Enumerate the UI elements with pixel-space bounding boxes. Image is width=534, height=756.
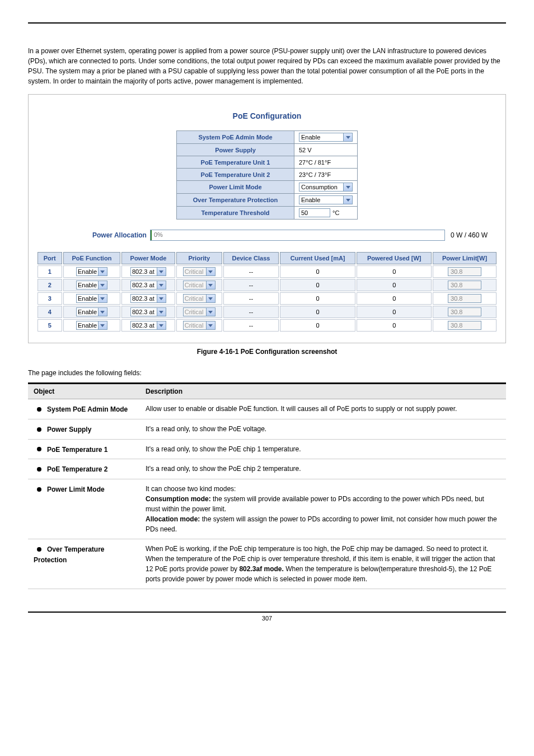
cell-description: When PoE is working, if the PoE chip tem… (140, 539, 506, 589)
chevron-down-icon (157, 308, 166, 316)
bullet-icon (37, 467, 41, 472)
chevron-down-icon (98, 295, 107, 302)
cell-current-used: 0 (280, 265, 355, 278)
bullet-icon (37, 447, 41, 451)
chevron-down-icon (98, 281, 107, 289)
select-power-mode[interactable]: 802.3 at (130, 294, 166, 303)
bullet-icon (37, 547, 41, 552)
cell-powered-used: 0 (357, 319, 432, 332)
col-object: Object (28, 384, 140, 399)
chevron-down-icon (157, 281, 166, 289)
chevron-down-icon (157, 268, 166, 276)
cell-current-used: 0 (280, 306, 355, 318)
cell-device-class: -- (223, 319, 279, 332)
label-temp-threshold: Temperature Threshold (177, 207, 294, 220)
table-row: PoE Temperature 1It's a read only, to sh… (28, 439, 506, 459)
col-device-class: Device Class (223, 252, 279, 264)
bottom-rule (28, 612, 506, 613)
cell-powered-used: 0 (357, 279, 432, 291)
bullet-icon (37, 487, 41, 492)
select-poe-function[interactable]: Enable (76, 267, 107, 276)
select-poe-function[interactable]: Enable (76, 321, 107, 330)
cell-port: 3 (38, 292, 62, 305)
cell-description: Allow user to enable or disable PoE func… (140, 399, 506, 419)
select-power-mode[interactable]: 802.3 at (130, 307, 166, 316)
chevron-down-icon (98, 308, 107, 316)
chevron-down-icon (206, 308, 215, 316)
select-priority[interactable]: Critical (183, 267, 216, 276)
input-power-limit[interactable]: 30.8 (448, 267, 481, 276)
input-power-limit[interactable]: 30.8 (448, 281, 481, 290)
col-power-mode: Power Mode (121, 252, 175, 264)
chevron-down-icon (157, 321, 166, 329)
table-row: 3Enable802.3 atCritical--0030.8 (38, 292, 496, 305)
label-otp: Over Temperature Protection (177, 194, 294, 207)
cell-description: It's a read only, to show the PoE voltag… (140, 419, 506, 439)
label-power-limit-mode: Power Limit Mode (177, 181, 294, 194)
power-allocation-row: Power Allocation 0% 0 W / 460 W (92, 230, 488, 241)
select-power-mode[interactable]: 802.3 at (130, 267, 166, 276)
cell-device-class: -- (223, 292, 279, 305)
power-allocation-bar: 0% (150, 230, 445, 241)
bullet-icon (37, 427, 41, 432)
cell-current-used: 0 (280, 279, 355, 291)
cell-object: Over Temperature Protection (28, 539, 140, 589)
select-admin-mode[interactable]: Enable (299, 133, 353, 142)
select-priority[interactable]: Critical (183, 294, 216, 303)
unit-celsius: °C (332, 209, 339, 216)
cell-port: 4 (38, 306, 62, 318)
power-allocation-label: Power Allocation (92, 231, 147, 239)
table-row: PoE Temperature 2It's a read only, to sh… (28, 459, 506, 479)
input-temp-threshold[interactable]: 50 (299, 208, 330, 217)
chevron-down-icon (206, 321, 215, 329)
figure-caption: Figure 4-16-1 PoE Configuration screensh… (28, 348, 506, 356)
input-power-limit[interactable]: 30.8 (448, 307, 481, 316)
select-priority[interactable]: Critical (183, 321, 216, 330)
select-priority[interactable]: Critical (183, 281, 216, 290)
select-poe-function[interactable]: Enable (76, 307, 107, 316)
chevron-down-icon (206, 281, 215, 289)
input-power-limit[interactable]: 30.8 (448, 294, 481, 303)
cell-port: 5 (38, 319, 62, 332)
desc-line: The page includes the following fields: (28, 369, 506, 377)
cell-object: PoE Temperature 2 (28, 459, 140, 479)
cell-powered-used: 0 (357, 292, 432, 305)
cell-object: PoE Temperature 1 (28, 439, 140, 459)
cell-device-class: -- (223, 279, 279, 291)
power-allocation-fill (151, 230, 152, 240)
table-row: System PoE Admin ModeAllow user to enabl… (28, 399, 506, 419)
table-row: 1Enable802.3 atCritical--0030.8 (38, 265, 496, 278)
cell-port: 1 (38, 265, 62, 278)
cell-description: It can choose two kind modes:Consumption… (140, 479, 506, 539)
table-row: Power SupplyIt's a read only, to show th… (28, 419, 506, 439)
select-otp[interactable]: Enable (299, 195, 353, 204)
select-poe-function[interactable]: Enable (76, 294, 107, 303)
select-power-mode[interactable]: 802.3 at (130, 281, 166, 290)
table-row: 2Enable802.3 atCritical--0030.8 (38, 279, 496, 291)
cell-port: 2 (38, 279, 62, 291)
cell-object: System PoE Admin Mode (28, 399, 140, 419)
select-power-mode[interactable]: 802.3 at (130, 321, 166, 330)
select-priority[interactable]: Critical (183, 307, 216, 316)
intro-text: In a power over Ethernet system, operati… (28, 46, 506, 86)
power-allocation-watts: 0 W / 460 W (451, 231, 488, 239)
power-allocation-percent: 0% (154, 231, 163, 238)
select-poe-function[interactable]: Enable (76, 281, 107, 290)
object-table: Object Description System PoE Admin Mode… (28, 382, 506, 589)
screenshot-frame: PoE Configuration System PoE Admin Mode … (28, 94, 506, 343)
cell-description: It's a read only, to show the PoE chip 1… (140, 439, 506, 459)
poe-config-title: PoE Configuration (36, 111, 498, 120)
cell-device-class: -- (223, 265, 279, 278)
select-power-limit-mode[interactable]: Consumption (299, 183, 353, 192)
chevron-down-icon (343, 133, 352, 141)
col-port: Port (38, 252, 62, 264)
label-admin-mode: System PoE Admin Mode (177, 131, 294, 144)
chevron-down-icon (206, 295, 215, 302)
page-number: 307 (28, 615, 506, 622)
value-temp-unit1: 27°C / 81°F (294, 156, 358, 169)
input-power-limit[interactable]: 30.8 (448, 321, 481, 330)
cell-powered-used: 0 (357, 265, 432, 278)
table-row: Power Limit ModeIt can choose two kind m… (28, 479, 506, 539)
chevron-down-icon (343, 183, 352, 191)
chevron-down-icon (206, 268, 215, 276)
